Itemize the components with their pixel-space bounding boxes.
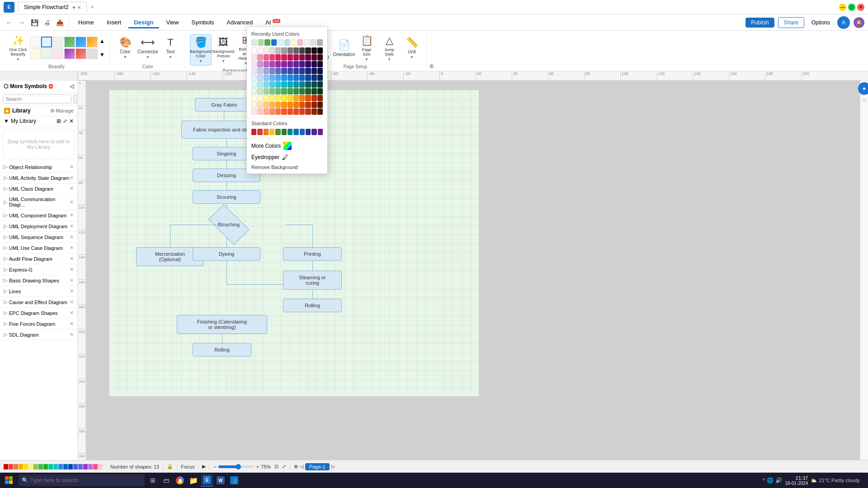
- palette-swatch[interactable]: [38, 464, 43, 469]
- cp-recent-9[interactable]: [304, 39, 310, 46]
- print-btn[interactable]: 🖨: [42, 17, 52, 28]
- cp-p-7-2[interactable]: [264, 95, 269, 101]
- cp-std-9[interactable]: [300, 129, 305, 135]
- cat-close[interactable]: ✕: [70, 332, 74, 338]
- taskbar-edraw-btn[interactable]: E: [201, 474, 213, 487]
- cp-p-4-6[interactable]: [288, 75, 293, 81]
- cp-p-5-5[interactable]: [281, 81, 287, 88]
- cp-p-6-0[interactable]: [251, 88, 257, 94]
- cat-close[interactable]: ✕: [70, 212, 74, 218]
- beautify-style-9[interactable]: [87, 37, 98, 47]
- cat-close[interactable]: ✕: [70, 321, 74, 327]
- cat-close[interactable]: ✕: [70, 267, 74, 272]
- cp-p-1-3[interactable]: [269, 54, 275, 61]
- palette-swatch[interactable]: [28, 464, 33, 469]
- cp-std-1[interactable]: [251, 129, 256, 135]
- cp-p-4-8[interactable]: [299, 75, 305, 81]
- lock-btn[interactable]: 🔒: [167, 464, 173, 469]
- cp-recent-11[interactable]: [317, 39, 323, 46]
- palette-swatch[interactable]: [43, 464, 48, 469]
- beautify-down-arrow[interactable]: ▼: [99, 48, 106, 61]
- cp-p-9-9[interactable]: [305, 108, 311, 115]
- publish-btn[interactable]: Publish: [745, 18, 774, 28]
- category-uml-component[interactable]: ▷ UML Component Diagram ✕: [0, 210, 77, 221]
- cp-p-5-3[interactable]: [269, 81, 275, 88]
- cp-eyedropper-btn[interactable]: Eyedropper 🖊: [247, 152, 327, 163]
- palette-swatch[interactable]: [9, 464, 13, 469]
- volume-icon[interactable]: 🔊: [775, 477, 782, 483]
- category-express-g[interactable]: ▷ Express-G ✕: [0, 264, 77, 275]
- node-gray-fabric[interactable]: Gray Fabric: [195, 98, 254, 112]
- palette-swatch[interactable]: [63, 464, 68, 469]
- cat-close[interactable]: ✕: [70, 256, 74, 262]
- cp-p-4-3[interactable]: [269, 75, 275, 81]
- cp-p-8-8[interactable]: [299, 102, 305, 108]
- cp-p-3-1[interactable]: [257, 68, 263, 74]
- text-btn[interactable]: T Text ▼: [160, 35, 181, 61]
- cp-p-5-2[interactable]: [264, 81, 269, 88]
- node-printing[interactable]: Printing: [283, 247, 342, 261]
- palette-swatch[interactable]: [73, 464, 78, 469]
- beautify-style-4[interactable]: [30, 48, 41, 59]
- cp-p-2-2[interactable]: [257, 61, 263, 67]
- canvas-area[interactable]: Gray Fabric Fabric inspection and stitch…: [86, 80, 868, 460]
- taskbar-explorer-btn[interactable]: 📁: [187, 474, 200, 487]
- cp-p-3-3[interactable]: [269, 68, 275, 74]
- cp-recent-5[interactable]: [278, 39, 283, 46]
- page-left-btn[interactable]: ◁: [300, 464, 303, 469]
- taskbar-word-btn[interactable]: W: [214, 474, 227, 487]
- cp-p-3-11[interactable]: [317, 68, 323, 74]
- page-tab-1[interactable]: Page-1: [305, 463, 329, 470]
- cp-p-4-2[interactable]: [264, 75, 269, 81]
- category-uml-usecase[interactable]: ▷ UML Use Case Diagram ✕: [0, 243, 77, 253]
- cp-p-5-10[interactable]: [311, 81, 317, 88]
- cp-p-8-1[interactable]: [257, 102, 263, 108]
- cp-p-0-6[interactable]: [288, 47, 293, 54]
- cp-p-6-2[interactable]: [264, 88, 269, 94]
- cp-p-2-8[interactable]: [293, 61, 299, 67]
- cp-p-9-5[interactable]: [281, 108, 287, 115]
- cp-p-8-11[interactable]: [317, 102, 323, 108]
- tab-close-btn[interactable]: ✕: [77, 5, 81, 10]
- cat-close[interactable]: ✕: [70, 245, 74, 251]
- menu-insert[interactable]: Insert: [101, 16, 127, 28]
- cat-close[interactable]: ✕: [70, 199, 74, 205]
- cp-std-8[interactable]: [293, 129, 298, 135]
- cp-p-0-7[interactable]: [293, 47, 299, 54]
- cp-std-6[interactable]: [282, 129, 287, 135]
- cp-p-1-5[interactable]: [281, 54, 287, 61]
- cp-p-6-11[interactable]: [317, 88, 323, 94]
- cp-p-0-10[interactable]: [311, 47, 317, 54]
- cp-p-8-0[interactable]: [251, 102, 257, 108]
- cp-p-5-6[interactable]: [288, 81, 293, 88]
- palette-swatch[interactable]: [93, 464, 98, 469]
- node-dyeing[interactable]: Dyeing: [193, 247, 260, 261]
- cp-p-6-9[interactable]: [305, 88, 311, 94]
- taskbar-app-5[interactable]: 📘: [228, 474, 241, 487]
- cp-p-5-7[interactable]: [293, 81, 299, 88]
- category-sdl[interactable]: ▷ SDL Diagram ✕: [0, 329, 77, 340]
- cp-p-6-7[interactable]: [293, 88, 299, 94]
- category-five-forces[interactable]: ▷ Five Forces Diagram ✕: [0, 319, 77, 329]
- cp-recent-6[interactable]: [284, 39, 290, 46]
- cp-p-4-0[interactable]: [251, 75, 257, 81]
- my-library-add-btn[interactable]: ⊞: [57, 118, 61, 124]
- palette-swatch[interactable]: [33, 464, 38, 469]
- cp-p-4-11[interactable]: [317, 75, 323, 81]
- cp-p-4-1[interactable]: [257, 75, 263, 81]
- palette-swatch[interactable]: [88, 464, 93, 469]
- background-picture-btn[interactable]: 🖼 BackgroundPicture ▼: [212, 35, 234, 65]
- cp-p-8-10[interactable]: [311, 102, 317, 108]
- minimize-btn[interactable]: —: [839, 4, 846, 11]
- beautify-up-arrow[interactable]: ▲: [99, 35, 106, 47]
- cp-p-4-10[interactable]: [311, 75, 317, 81]
- cp-p-6-3[interactable]: [269, 88, 275, 94]
- cp-p-7-1[interactable]: [257, 95, 263, 101]
- cp-p-5-4[interactable]: [275, 81, 281, 88]
- new-tab-btn[interactable]: ＋: [88, 3, 97, 12]
- beautify-style-11[interactable]: [75, 48, 86, 59]
- cp-p-2-11[interactable]: [311, 61, 317, 67]
- beautify-style-7[interactable]: [64, 37, 75, 47]
- cp-p-2-5[interactable]: [275, 61, 281, 67]
- connector-btn[interactable]: ⟷ Connector ▼: [137, 35, 159, 61]
